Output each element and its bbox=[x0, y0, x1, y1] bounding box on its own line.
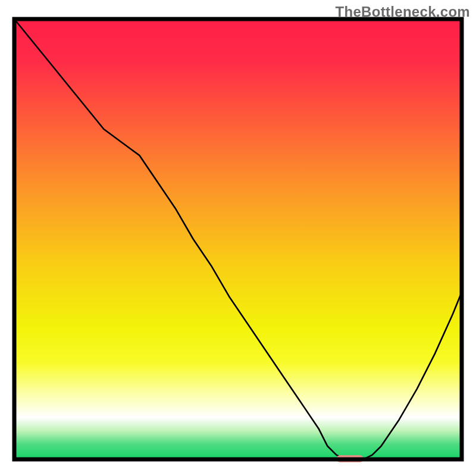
bottleneck-chart bbox=[0, 0, 476, 476]
watermark-label: TheBottleneck.com bbox=[336, 4, 470, 20]
plot-background bbox=[14, 19, 462, 459]
chart-container: TheBottleneck.com bbox=[0, 0, 476, 476]
